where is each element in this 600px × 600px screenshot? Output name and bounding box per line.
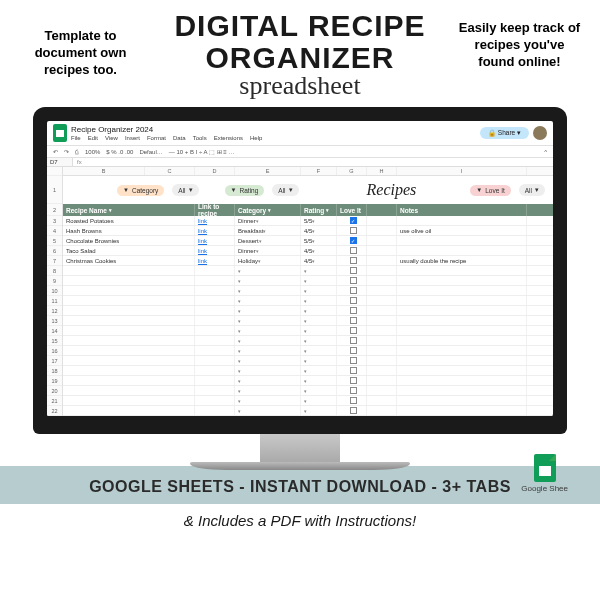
cell-notes[interactable]: [397, 236, 527, 245]
cell-category[interactable]: Breakfast ▾: [235, 226, 301, 235]
toolbar-more[interactable]: ^: [544, 149, 547, 155]
sheets-logo-icon: [53, 124, 67, 142]
menu-file[interactable]: File: [71, 135, 81, 141]
cell-notes[interactable]: [397, 216, 527, 225]
screen: Recipe Organizer 2024 File Edit View Ins…: [47, 121, 553, 416]
google-sheets-badge: Google Shee: [521, 454, 568, 493]
checkbox-icon: [350, 357, 357, 364]
table-row[interactable]: ▾▾: [63, 356, 553, 366]
cell-love[interactable]: [337, 246, 367, 255]
redo-button[interactable]: ↷: [64, 148, 69, 155]
cell-rating[interactable]: 4/5 ▾: [301, 226, 337, 235]
cell-category[interactable]: Dinner ▾: [235, 246, 301, 255]
table-row[interactable]: ▾▾: [63, 366, 553, 376]
cell-rating[interactable]: 5/5 ▾: [301, 236, 337, 245]
cell-name[interactable]: Roasted Potatoes: [63, 216, 195, 225]
filter-category-value[interactable]: All ▾: [172, 184, 198, 196]
checkbox-icon: [350, 307, 357, 314]
monitor: Recipe Organizer 2024 File Edit View Ins…: [33, 107, 567, 470]
doc-name[interactable]: Recipe Organizer 2024: [71, 125, 476, 134]
filter-love[interactable]: ▼Love It: [470, 185, 510, 196]
cell-name[interactable]: Taco Salad: [63, 246, 195, 255]
font-select[interactable]: Defaul…: [139, 149, 162, 155]
cell-notes[interactable]: [397, 246, 527, 255]
checkbox-icon: [350, 277, 357, 284]
checkbox-icon: [350, 387, 357, 394]
table-row[interactable]: Roasted PotatoeslinkDinner ▾5/5 ▾✓: [63, 216, 553, 226]
cell-link[interactable]: link: [195, 216, 235, 225]
cell-name[interactable]: Christmas Cookies: [63, 256, 195, 265]
filter-category[interactable]: ▼Category: [117, 185, 164, 196]
column-headers: B C D E F G H I: [63, 167, 553, 176]
table-row[interactable]: Christmas CookieslinkHoliday ▾4/5 ▾usual…: [63, 256, 553, 266]
name-box[interactable]: D7: [47, 158, 73, 166]
table-row[interactable]: ▾▾: [63, 306, 553, 316]
formula-bar: D7 fx: [47, 158, 553, 167]
undo-button[interactable]: ↶: [53, 148, 58, 155]
checkbox-icon: [350, 337, 357, 344]
cell-love[interactable]: ✓: [337, 216, 367, 225]
zoom-select[interactable]: 100%: [85, 149, 100, 155]
menu-edit[interactable]: Edit: [88, 135, 98, 141]
cell-rating[interactable]: 4/5 ▾: [301, 256, 337, 265]
filter-love-value[interactable]: All ▾: [519, 184, 545, 196]
menu-tools[interactable]: Tools: [193, 135, 207, 141]
left-note: Template to document own recipes too.: [18, 10, 143, 79]
cell-rating[interactable]: 4/5 ▾: [301, 246, 337, 255]
share-button[interactable]: 🔒 Share ▾: [480, 127, 529, 139]
checkbox-icon: [350, 407, 357, 414]
checkbox-icon: [350, 367, 357, 374]
cell-category[interactable]: Dessert ▾: [235, 236, 301, 245]
menu-format[interactable]: Format: [147, 135, 166, 141]
sheet-title: Recipes: [307, 181, 467, 199]
table-row[interactable]: ▾▾: [63, 276, 553, 286]
checkbox-icon: [350, 247, 357, 254]
cell-love[interactable]: ✓: [337, 236, 367, 245]
cell-category[interactable]: Holiday ▾: [235, 256, 301, 265]
table-row[interactable]: ▾▾: [63, 326, 553, 336]
cell-rating[interactable]: 5/5 ▾: [301, 216, 337, 225]
table-row[interactable]: ▾▾: [63, 376, 553, 386]
cell-love[interactable]: [337, 226, 367, 235]
table-row[interactable]: Hash BrownslinkBreakfast ▾4/5 ▾use olive…: [63, 226, 553, 236]
cell-notes[interactable]: use olive oil: [397, 226, 527, 235]
checkbox-icon: [350, 257, 357, 264]
sheets-titlebar: Recipe Organizer 2024 File Edit View Ins…: [47, 121, 553, 146]
table-row[interactable]: ▾▾: [63, 396, 553, 406]
cell-notes[interactable]: usually double the recipe: [397, 256, 527, 265]
table-row[interactable]: ▾▾: [63, 266, 553, 276]
checkbox-icon: ✓: [350, 217, 357, 224]
table-row[interactable]: ▾▾: [63, 316, 553, 326]
table-row[interactable]: Taco SaladlinkDinner ▾4/5 ▾: [63, 246, 553, 256]
cell-love[interactable]: [337, 256, 367, 265]
cell-link[interactable]: link: [195, 246, 235, 255]
toolbar: ↶ ↷ ⎙ 100% $ % .0 .00 Defaul… — 10 + B I…: [47, 146, 553, 158]
table-row[interactable]: ▾▾: [63, 296, 553, 306]
cell-name[interactable]: Hash Browns: [63, 226, 195, 235]
checkbox-icon: [350, 377, 357, 384]
menu-help[interactable]: Help: [250, 135, 262, 141]
table-row[interactable]: ▾▾: [63, 336, 553, 346]
menu-view[interactable]: View: [105, 135, 118, 141]
table-row[interactable]: ▾▾: [63, 406, 553, 416]
table-row[interactable]: ▾▾: [63, 386, 553, 396]
filter-rating-value[interactable]: All ▾: [272, 184, 298, 196]
cell-link[interactable]: link: [195, 256, 235, 265]
menu-extensions[interactable]: Extensions: [214, 135, 243, 141]
checkbox-icon: [350, 227, 357, 234]
table-row[interactable]: ▾▾: [63, 346, 553, 356]
cell-name[interactable]: Chocolate Brownies: [63, 236, 195, 245]
menu-data[interactable]: Data: [173, 135, 186, 141]
filter-rating[interactable]: ▼Rating: [225, 185, 265, 196]
print-button[interactable]: ⎙: [75, 149, 79, 155]
menu-insert[interactable]: Insert: [125, 135, 140, 141]
table-row[interactable]: Chocolate BrownieslinkDessert ▾5/5 ▾✓: [63, 236, 553, 246]
funnel-icon: ▼: [231, 187, 237, 193]
cell-link[interactable]: link: [195, 226, 235, 235]
avatar[interactable]: [533, 126, 547, 140]
fx-label: fx: [73, 158, 86, 166]
table-row[interactable]: ▾▾: [63, 286, 553, 296]
cell-link[interactable]: link: [195, 236, 235, 245]
cell-category[interactable]: Dinner ▾: [235, 216, 301, 225]
main-title: DIGITAL RECIPE ORGANIZER spreadsheet: [151, 10, 449, 101]
